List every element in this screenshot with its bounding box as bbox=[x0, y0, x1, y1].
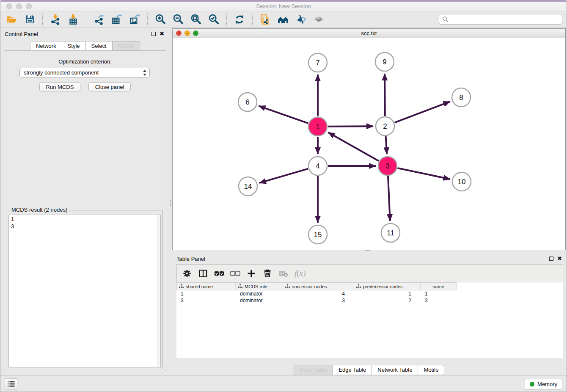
zoom-fit-icon[interactable] bbox=[189, 13, 203, 26]
control-panel-title: Control Panel bbox=[5, 31, 38, 37]
first-neighbors-icon[interactable] bbox=[276, 13, 290, 26]
result-scrollbar[interactable] bbox=[157, 215, 160, 367]
network-canvas[interactable]: 7968124314101511 bbox=[173, 38, 565, 250]
memory-button[interactable]: Memory bbox=[525, 379, 562, 389]
svg-text:2: 2 bbox=[383, 122, 387, 130]
float-table-panel-icon[interactable] bbox=[549, 257, 553, 261]
search-input[interactable] bbox=[449, 15, 562, 24]
tab-motifs[interactable]: Motifs bbox=[418, 365, 444, 375]
select-all-columns-icon[interactable] bbox=[213, 268, 225, 279]
graph-node-11[interactable]: 11 bbox=[381, 224, 400, 242]
export-image-icon[interactable] bbox=[128, 13, 141, 26]
table-cell: 2 bbox=[354, 298, 421, 304]
graph-node-10[interactable]: 10 bbox=[452, 172, 471, 191]
mcds-result-item[interactable]: 1 bbox=[11, 215, 158, 223]
horizontal-splitter[interactable] bbox=[365, 250, 370, 251]
table-row[interactable]: 1dominator411 bbox=[176, 290, 563, 297]
vertical-splitter[interactable] bbox=[170, 200, 172, 206]
column-header-mcds-role[interactable]: MCDS role bbox=[236, 282, 283, 290]
network-view-window: ✕ − + scc.txt 7968124314101511 bbox=[172, 28, 566, 250]
svg-text:10: 10 bbox=[458, 178, 466, 186]
save-session-icon[interactable] bbox=[23, 13, 36, 26]
table-mode-icon[interactable] bbox=[181, 268, 193, 279]
zoom-selected-icon[interactable] bbox=[207, 13, 220, 26]
graph-node-2[interactable]: 2 bbox=[376, 117, 394, 135]
float-panel-icon[interactable] bbox=[151, 32, 156, 36]
network-maximize-icon[interactable]: + bbox=[193, 30, 198, 36]
search-field[interactable] bbox=[439, 14, 562, 25]
import-network-icon[interactable] bbox=[49, 13, 62, 26]
attribute-icon bbox=[285, 284, 290, 289]
graph-edge-3-10[interactable] bbox=[397, 168, 450, 179]
table-row[interactable]: 3dominator323 bbox=[176, 297, 563, 304]
mcds-result-item[interactable]: 3 bbox=[11, 223, 158, 230]
control-panel: Control Panel ✖ NetworkStyleSelectMCDS O… bbox=[0, 28, 170, 376]
network-minimize-icon[interactable]: − bbox=[184, 30, 190, 36]
create-column-icon[interactable] bbox=[245, 268, 257, 279]
tab-mcds[interactable]: MCDS bbox=[113, 41, 140, 51]
graph-edge-3-11[interactable] bbox=[388, 176, 390, 221]
table-cell: 1 bbox=[421, 291, 457, 297]
svg-text:7: 7 bbox=[316, 59, 319, 67]
export-network-icon[interactable] bbox=[92, 13, 106, 26]
delete-columns-icon[interactable] bbox=[261, 268, 273, 279]
run-mcds-button[interactable]: Run MCDS bbox=[39, 82, 81, 91]
tab-node-table[interactable]: Node Table bbox=[294, 365, 333, 375]
show-columns-icon[interactable] bbox=[197, 268, 209, 279]
clone-network-icon[interactable] bbox=[259, 13, 272, 26]
graph-node-7[interactable]: 7 bbox=[308, 53, 327, 72]
delete-table-icon[interactable] bbox=[278, 268, 289, 279]
graph-node-1[interactable]: 1 bbox=[308, 117, 327, 136]
network-close-icon[interactable]: ✕ bbox=[176, 30, 182, 36]
graph-node-14[interactable]: 14 bbox=[239, 177, 257, 196]
graph-edge-3-1[interactable] bbox=[328, 133, 379, 161]
unselect-all-columns-icon[interactable] bbox=[229, 268, 241, 279]
mcds-result-list[interactable]: 13 bbox=[8, 215, 161, 367]
mcds-result-groupbox: MCDS result (2 nodes) 13 bbox=[7, 210, 162, 369]
graphics-details-icon[interactable] bbox=[294, 13, 308, 26]
import-table-icon[interactable] bbox=[66, 13, 80, 26]
graph-edge-2-9[interactable] bbox=[385, 74, 385, 116]
window-title: Session: New Session bbox=[0, 3, 567, 9]
tab-select[interactable]: Select bbox=[86, 41, 113, 51]
birds-eye-view-icon[interactable] bbox=[312, 13, 325, 26]
column-header-shared-name[interactable]: shared name bbox=[176, 282, 236, 290]
graph-node-9[interactable]: 9 bbox=[375, 52, 394, 71]
criterion-dropdown[interactable]: strongly connected component bbox=[19, 68, 150, 77]
task-history-button[interactable] bbox=[5, 378, 17, 389]
main-toolbar bbox=[0, 11, 567, 28]
column-header-name[interactable]: name bbox=[421, 282, 457, 290]
graph-edge-1-2[interactable] bbox=[328, 126, 373, 127]
node-table: shared nameMCDS rolesuccessor nodesprede… bbox=[176, 282, 563, 358]
zoom-out-icon[interactable] bbox=[171, 13, 185, 26]
apply-layout-icon[interactable] bbox=[233, 13, 246, 26]
close-panel-icon[interactable]: ✖ bbox=[160, 30, 164, 37]
table-cell: 3 bbox=[283, 298, 354, 304]
column-header-predecessor-nodes[interactable]: predecessor nodes bbox=[354, 282, 421, 290]
graph-node-4[interactable]: 4 bbox=[308, 157, 327, 175]
graph-edge-4-14[interactable] bbox=[259, 169, 308, 183]
attribute-icon bbox=[238, 284, 242, 289]
graph-node-6[interactable]: 6 bbox=[238, 93, 257, 111]
graph-edge-1-6[interactable] bbox=[259, 106, 308, 123]
close-table-panel-icon[interactable]: ✖ bbox=[557, 255, 562, 262]
control-panel-tabs: NetworkStyleSelectMCDS bbox=[0, 41, 170, 51]
graph-node-15[interactable]: 15 bbox=[308, 225, 327, 244]
open-session-icon[interactable] bbox=[5, 13, 19, 26]
tab-network[interactable]: Network bbox=[30, 41, 62, 51]
graph-node-3[interactable]: 3 bbox=[378, 157, 397, 175]
tab-edge-table[interactable]: Edge Table bbox=[333, 365, 372, 375]
tab-network-table[interactable]: Network Table bbox=[372, 365, 418, 375]
column-header-successor-nodes[interactable]: successor nodes bbox=[283, 282, 354, 290]
export-table-icon[interactable] bbox=[110, 13, 124, 26]
function-builder-icon[interactable]: f(x) bbox=[295, 269, 306, 278]
table-cell: 1 bbox=[176, 291, 236, 297]
table-cell: dominator bbox=[236, 298, 283, 304]
close-panel-button[interactable]: Close panel bbox=[88, 82, 131, 91]
svg-text:6: 6 bbox=[245, 98, 249, 106]
graph-edge-2-3[interactable] bbox=[386, 136, 387, 154]
graph-edge-2-8[interactable] bbox=[394, 102, 450, 123]
graph-node-8[interactable]: 8 bbox=[452, 88, 471, 107]
zoom-in-icon[interactable] bbox=[154, 13, 167, 26]
tab-style[interactable]: Style bbox=[62, 41, 86, 51]
